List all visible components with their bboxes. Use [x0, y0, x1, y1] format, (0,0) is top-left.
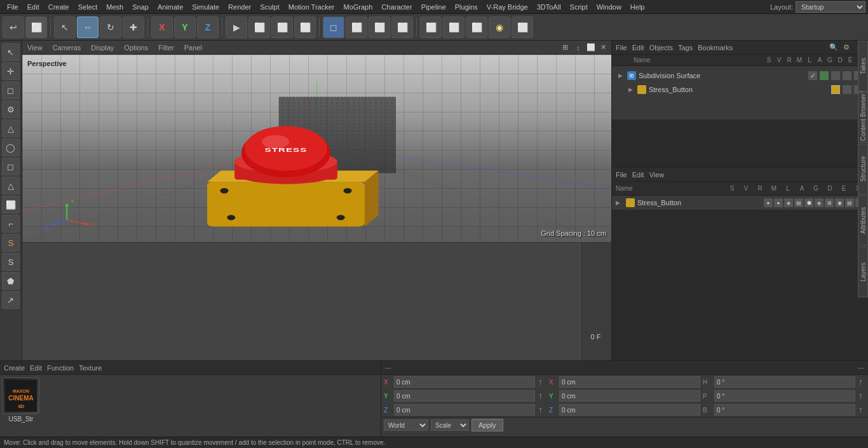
toolbar-camera[interactable]: ⬜ — [466, 17, 487, 38]
menu-motion-tracker[interactable]: Motion Tracker — [284, 0, 339, 13]
side-tab-structure[interactable]: Structure — [858, 144, 868, 194]
toolbar-light[interactable]: ◉ — [489, 17, 510, 38]
left-btn-tri[interactable]: △ — [2, 177, 20, 194]
menu-snap[interactable]: Snap — [128, 0, 153, 13]
menu-edit[interactable]: Edit — [23, 0, 44, 13]
menu-mesh[interactable]: Mesh — [102, 0, 128, 13]
toolbar-select-model[interactable]: ↖ — [54, 17, 76, 38]
toolbar-axis-y[interactable]: Y — [174, 17, 196, 38]
viewport-close-icon[interactable]: ✕ — [599, 43, 609, 53]
coord-sx-input[interactable] — [559, 376, 700, 388]
toolbar-axis-x[interactable]: X — [151, 17, 173, 38]
objects-bookmarks[interactable]: Bookmarks — [698, 44, 733, 51]
side-tab-takes[interactable]: Takes — [858, 41, 868, 92]
material-function[interactable]: Function — [47, 364, 74, 372]
attr-row-stress-button[interactable]: ▶ Stress_Button ● ● ◈ ▤ ⬟ ◈ ⊞ ◉ ▤ ≡ — [612, 196, 868, 210]
stress-vis1[interactable] — [843, 85, 851, 94]
viewport-maximize-icon[interactable]: ⬜ — [586, 43, 596, 53]
attributes-view[interactable]: View — [649, 171, 665, 179]
objects-objects[interactable]: Objects — [649, 44, 673, 51]
toolbar-render-to[interactable]: ⬜ — [271, 17, 293, 38]
objects-edit[interactable]: Edit — [632, 44, 644, 51]
expand-icon-subdivision[interactable]: ▶ — [617, 72, 625, 79]
toolbar-axis-z[interactable]: Z — [197, 17, 219, 38]
left-btn-edge[interactable]: ⬜ — [2, 196, 20, 214]
left-btn-s2[interactable]: S — [2, 253, 20, 271]
attr-icon-5[interactable]: ⬟ — [804, 198, 813, 207]
object-row-stress-button[interactable]: ▶ Stress_Button — [614, 83, 865, 97]
coord-px-input[interactable] — [394, 376, 535, 388]
left-btn-knife[interactable]: ⌐ — [2, 215, 20, 233]
left-btn-scale[interactable]: ◻ — [2, 81, 20, 99]
menu-mograph[interactable]: MoGraph — [339, 0, 377, 13]
expand-icon-stress[interactable]: ▶ — [627, 86, 635, 93]
world-dropdown[interactable]: World — [384, 419, 428, 431]
attr-icon-2[interactable]: ● — [774, 198, 783, 207]
toolbar-render-view[interactable]: ⬜ — [25, 17, 47, 38]
toolbar-cube[interactable]: ◻ — [323, 17, 344, 38]
material-item[interactable]: MAXON CINEMA 4D USB_Str — [3, 377, 39, 423]
coord-hz-input[interactable] — [714, 404, 855, 416]
toolbar-rotate[interactable]: ↻ — [100, 17, 121, 38]
toolbar-deformer[interactable]: ⬜ — [391, 17, 413, 38]
menu-animate[interactable]: Animate — [153, 0, 187, 13]
attr-icon-1[interactable]: ● — [764, 198, 773, 207]
side-tab-layers[interactable]: Layers — [858, 247, 868, 297]
material-edit[interactable]: Edit — [30, 364, 42, 372]
attr-icon-4[interactable]: ▤ — [794, 198, 803, 207]
toolbar-nurbs[interactable]: ⬜ — [369, 17, 390, 38]
viewport-tab-display[interactable]: Display — [88, 44, 116, 51]
left-btn-polygon[interactable]: △ — [2, 119, 20, 137]
viewport-tab-view[interactable]: View — [25, 44, 45, 51]
attr-icon-9[interactable]: ▤ — [845, 198, 854, 207]
layout-dropdown[interactable]: Startup — [796, 1, 865, 13]
material-texture[interactable]: Texture — [79, 364, 102, 372]
menu-window[interactable]: Window — [592, 0, 626, 13]
toolbar-spline[interactable]: ⬜ — [346, 17, 367, 38]
attributes-file[interactable]: File — [616, 171, 627, 179]
menu-plugins[interactable]: Plugins — [451, 0, 482, 13]
coord-sz-input[interactable] — [559, 404, 700, 416]
left-btn-s1[interactable]: S — [2, 234, 20, 252]
attr-icon-3[interactable]: ◈ — [784, 198, 793, 207]
left-btn-select[interactable]: ↖ — [2, 43, 20, 61]
coord-sy-input[interactable] — [559, 390, 700, 402]
toolbar-render-region[interactable]: ⬜ — [248, 17, 270, 38]
attributes-edit[interactable]: Edit — [632, 171, 644, 179]
attr-expand-icon[interactable]: ▶ — [616, 200, 623, 206]
menu-help[interactable]: Help — [626, 0, 649, 13]
toolbar-undo[interactable]: ↩ — [3, 17, 24, 38]
toolbar-sky[interactable]: ⬜ — [443, 17, 465, 38]
vis-gray1[interactable] — [831, 71, 840, 80]
menu-render[interactable]: Render — [224, 0, 255, 13]
attr-icon-6[interactable]: ◈ — [815, 198, 824, 207]
left-btn-move[interactable]: ✛ — [2, 62, 20, 80]
viewport-tab-filter[interactable]: Filter — [156, 44, 176, 51]
toolbar-scale[interactable]: ✚ — [123, 17, 144, 38]
attr-icon-8[interactable]: ◉ — [835, 198, 844, 207]
viewport-tab-options[interactable]: Options — [121, 44, 151, 51]
coord-pz-input[interactable] — [394, 404, 535, 416]
toolbar-material[interactable]: ⬜ — [512, 17, 533, 38]
left-btn-rotate[interactable]: ⚙ — [2, 100, 20, 118]
menu-simulate[interactable]: Simulate — [187, 0, 224, 13]
objects-file[interactable]: File — [616, 44, 627, 51]
objects-tags[interactable]: Tags — [678, 44, 693, 51]
objects-search-icon[interactable]: 🔍 — [829, 43, 839, 53]
objects-settings-icon[interactable]: ⚙ — [841, 43, 851, 53]
side-tab-attributes[interactable]: Attributes — [858, 195, 868, 246]
attr-icon-7[interactable]: ⊞ — [825, 198, 834, 207]
menu-select[interactable]: Select — [74, 0, 102, 13]
left-btn-diamond[interactable]: ⬟ — [2, 272, 20, 290]
apply-button[interactable]: Apply — [471, 419, 503, 431]
viewport-lock-icon[interactable]: ⊞ — [560, 43, 571, 53]
toolbar-render-active[interactable]: ⬜ — [294, 17, 316, 38]
side-tab-content-browser[interactable]: Content Browser — [858, 92, 868, 143]
viewport-canvas[interactable]: STRESS Y — [22, 55, 611, 242]
object-row-subdivision[interactable]: ▶ ⊞ Subdivision Surface ✓ — [614, 69, 865, 83]
menu-script[interactable]: Script — [566, 0, 592, 13]
menu-vray[interactable]: V-Ray Bridge — [482, 0, 532, 13]
coord-hy-input[interactable] — [714, 390, 855, 402]
vis-check[interactable]: ✓ — [808, 71, 817, 80]
coord-py-input[interactable] — [394, 390, 535, 402]
